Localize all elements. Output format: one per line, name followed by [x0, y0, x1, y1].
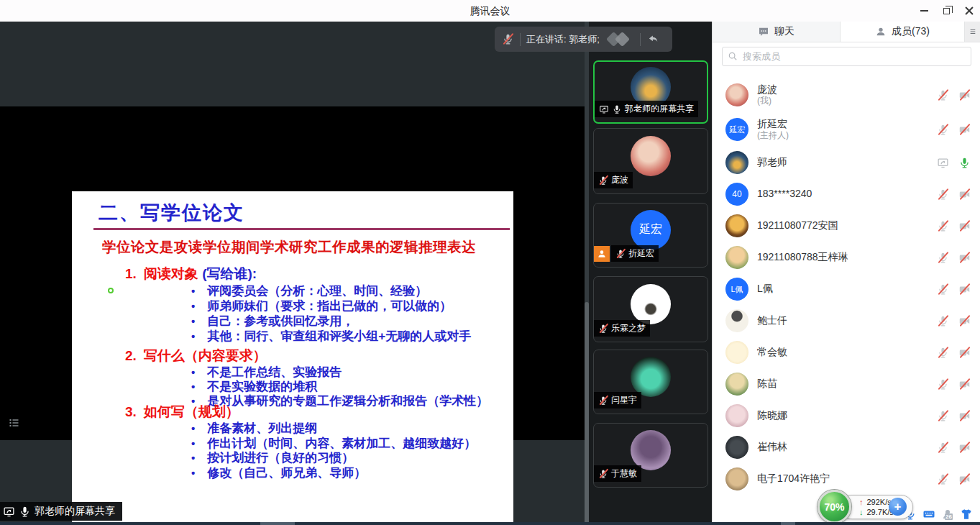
video-strip: 郭老师的屏幕共享 庞波 延宏 折延宏 乐霖之梦 闫星宇	[588, 22, 712, 525]
mic-icon	[19, 506, 31, 518]
slide-section-heading: 1.阅读对象 (写给谁):	[125, 265, 257, 283]
avatar: 延宏	[631, 210, 671, 250]
mic-off-icon[interactable]	[937, 442, 949, 454]
member-name: 折延宏	[757, 118, 789, 131]
member-row[interactable]: 崔伟林	[713, 432, 980, 463]
tab-chat[interactable]: 聊天	[713, 22, 841, 42]
camera-off-icon[interactable]	[958, 252, 971, 264]
member-row[interactable]: 19211080772安国	[713, 210, 980, 242]
avatar	[725, 214, 748, 237]
member-row[interactable]: 常会敏	[713, 337, 980, 368]
restore-button[interactable]	[935, 0, 958, 22]
window-title: 腾讯会议	[0, 5, 980, 18]
speaking-label: 正在讲话: 郭老师;	[526, 33, 600, 46]
mic-off-icon[interactable]	[937, 89, 949, 101]
mic-off-icon[interactable]	[937, 378, 949, 391]
camera-off-icon[interactable]	[958, 410, 971, 422]
avatar	[631, 284, 671, 324]
camera-off-icon[interactable]	[958, 378, 971, 391]
member-name: 183****3240	[757, 188, 812, 201]
mic-off-icon[interactable]	[937, 283, 949, 296]
laser-pointer-dot	[108, 288, 114, 293]
video-tile[interactable]: 闫星宇	[593, 350, 708, 414]
layout-list-icon[interactable]	[7, 417, 21, 429]
camera-off-icon[interactable]	[958, 315, 971, 327]
avatar	[725, 309, 748, 332]
bullet-item: 作出计划（时间、内容、素材加工、越细致越好）	[191, 437, 476, 452]
mic-off-icon[interactable]	[937, 473, 949, 485]
member-name: 19211080788王梓琳	[757, 251, 848, 264]
search-input[interactable]	[722, 47, 971, 66]
member-row[interactable]: 电子1704许艳宁	[713, 463, 980, 495]
bullet-item: 修改（自己、师兄弟、导师）	[191, 466, 476, 481]
strip-scrollbar[interactable]	[585, 22, 589, 525]
member-name: 19211080772安国	[757, 219, 838, 232]
mic-off-icon	[598, 469, 608, 479]
screen-sharing-icon[interactable]	[937, 157, 949, 169]
video-tile[interactable]: 延宏 折延宏	[593, 203, 708, 268]
add-button[interactable]: +	[889, 498, 907, 516]
divider	[640, 33, 641, 46]
slide-bullet-list: 准备素材、列出提纲 作出计划（时间、内容、素材加工、越细致越好） 按计划进行（良…	[191, 421, 476, 480]
share-footer-label: 郭老师的屏幕共享	[35, 505, 115, 518]
video-tile-screen-share[interactable]: 郭老师的屏幕共享	[593, 60, 708, 124]
mic-off-icon[interactable]	[937, 188, 949, 201]
panel-menu-button[interactable]	[964, 22, 980, 42]
member-name: 陈苗	[757, 378, 777, 391]
mic-off-icon	[598, 175, 608, 186]
member-row[interactable]: 40 183****3240	[713, 178, 980, 210]
member-row[interactable]: L佩 L佩	[713, 273, 980, 305]
camera-off-icon[interactable]	[958, 442, 971, 454]
chat-icon	[758, 26, 769, 37]
camera-off-icon[interactable]	[958, 188, 971, 201]
minimize-button[interactable]	[913, 0, 935, 22]
video-tile[interactable]: 庞波	[593, 128, 708, 194]
member-row[interactable]: 庞波(我)	[713, 78, 980, 112]
member-row[interactable]: 陈晓娜	[713, 400, 980, 432]
slide-title-rule	[93, 228, 510, 230]
camera-off-icon[interactable]	[958, 473, 971, 485]
slide-title: 二、写学位论文	[99, 200, 244, 226]
tab-members[interactable]: 成员(73)	[841, 22, 964, 42]
upload-arrow-icon: ↑	[859, 497, 864, 507]
camera-off-icon[interactable]	[958, 347, 971, 359]
mic-off-icon[interactable]	[937, 124, 949, 136]
mic-off-icon[interactable]	[937, 410, 949, 422]
camera-off-icon[interactable]	[958, 283, 971, 296]
ime-skin-icon[interactable]	[960, 508, 973, 521]
video-tile[interactable]: 于慧敏	[593, 423, 708, 488]
member-row[interactable]: 郭老师	[713, 147, 980, 178]
ime-keyboard-icon[interactable]	[922, 508, 935, 521]
close-button[interactable]	[958, 0, 980, 22]
scrollbar-thumb[interactable]	[585, 302, 589, 525]
mic-off-icon[interactable]	[937, 347, 949, 359]
mic-on-icon[interactable]	[958, 157, 971, 169]
camera-off-icon[interactable]	[958, 89, 971, 101]
bullet-item: 不是实验数据的堆积	[191, 380, 488, 394]
camera-off-icon[interactable]	[958, 124, 971, 136]
member-row[interactable]: 延宏 折延宏(主持人)	[713, 112, 980, 147]
camera-off-icon[interactable]	[958, 220, 971, 232]
undo-icon[interactable]	[646, 33, 659, 45]
host-badge-icon	[594, 246, 610, 262]
tile-name-label: 折延宏	[611, 245, 659, 262]
mic-off-icon[interactable]	[937, 220, 949, 232]
bullet-item: 其他：同行、审查组和评奖小组+无聊的人或对手	[191, 329, 471, 344]
ime-user-icon[interactable]: 26	[941, 508, 954, 521]
avatar	[725, 151, 748, 174]
person-icon	[875, 26, 887, 37]
video-tile[interactable]: 乐霖之梦	[593, 276, 708, 342]
mic-off-icon[interactable]	[937, 315, 949, 327]
slide-section-heading: 3.如何写（规划）	[125, 403, 239, 421]
member-row[interactable]: 陈苗	[713, 368, 980, 400]
member-row[interactable]: 鲍士仟	[713, 305, 980, 337]
member-name: L佩	[757, 283, 773, 296]
muted-mic-icon[interactable]	[502, 33, 514, 45]
mic-off-icon[interactable]	[937, 252, 949, 264]
optimizer-ball[interactable]: 70%	[818, 490, 851, 524]
minimize-icon	[920, 10, 928, 12]
member-row[interactable]: 19211080788王梓琳	[713, 242, 980, 273]
titlebar: 腾讯会议	[0, 0, 980, 22]
window-controls	[913, 0, 980, 22]
member-list: 庞波(我) 延宏 折延宏(主持人) 郭老师 40 183****3240 192…	[713, 78, 980, 495]
